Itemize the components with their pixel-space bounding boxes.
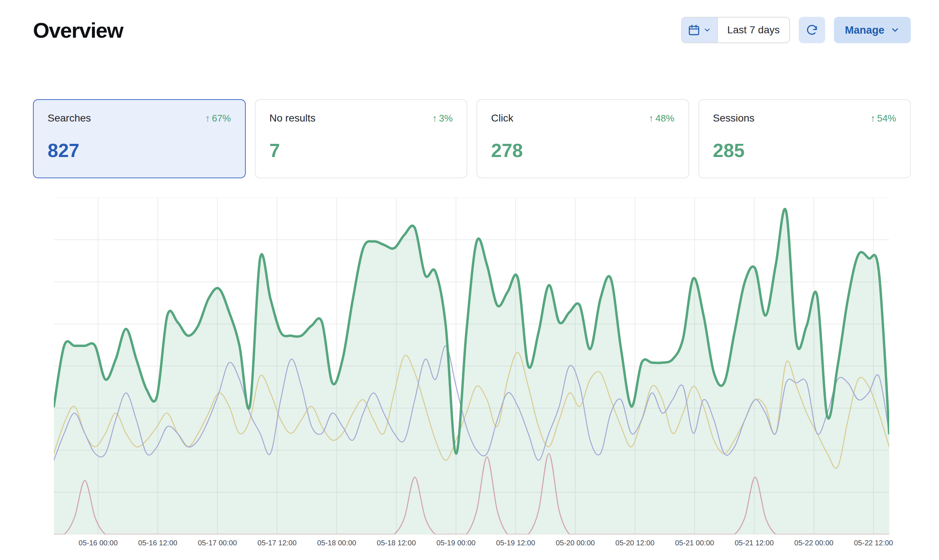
stat-change: ↑48% bbox=[649, 113, 674, 124]
page-title: Overview bbox=[33, 18, 123, 43]
trend-up-icon: ↑ bbox=[432, 113, 437, 124]
x-axis-label: 05-20 00:00 bbox=[555, 539, 595, 547]
chart-section: 05-16 00:0005-16 12:0005-17 00:0005-17 1… bbox=[54, 198, 889, 552]
series-searches-area bbox=[54, 209, 889, 534]
x-axis-label: 05-18 12:00 bbox=[377, 539, 416, 547]
x-axis-label: 05-18 00:00 bbox=[317, 539, 356, 547]
chart-plot[interactable] bbox=[54, 198, 889, 534]
trend-up-icon: ↑ bbox=[205, 113, 210, 124]
stat-change: ↑67% bbox=[205, 113, 231, 124]
stat-value: 278 bbox=[491, 140, 675, 162]
stat-change-value: 48% bbox=[655, 113, 674, 124]
x-axis-label: 05-21 12:00 bbox=[735, 539, 774, 547]
manage-label: Manage bbox=[845, 24, 884, 36]
x-axis-label: 05-22 12:00 bbox=[854, 539, 893, 547]
x-axis: 05-16 00:0005-16 12:0005-17 00:0005-17 1… bbox=[54, 539, 889, 552]
overview-page: Overview Last 7 days bbox=[0, 0, 939, 560]
x-axis-label: 05-22 00:00 bbox=[794, 539, 834, 547]
stat-card-searches[interactable]: Searches ↑67% 827 bbox=[33, 99, 246, 178]
stat-cards: Searches ↑67% 827 No results ↑3% 7 Click… bbox=[33, 99, 911, 178]
stat-value: 285 bbox=[713, 140, 896, 162]
stat-change: ↑3% bbox=[432, 113, 453, 124]
refresh-icon bbox=[805, 23, 819, 37]
header: Overview Last 7 days bbox=[33, 17, 911, 43]
stat-change-value: 54% bbox=[877, 113, 896, 124]
stat-label: No results bbox=[270, 112, 316, 124]
chevron-down-icon bbox=[703, 26, 711, 34]
x-axis-label: 05-17 12:00 bbox=[257, 539, 297, 547]
stat-card-sessions[interactable]: Sessions ↑54% 285 bbox=[698, 99, 911, 178]
x-axis-label: 05-19 12:00 bbox=[496, 539, 535, 547]
calendar-icon bbox=[688, 24, 700, 36]
toolbar: Last 7 days Manage bbox=[681, 17, 911, 43]
manage-button[interactable]: Manage bbox=[834, 17, 911, 43]
stat-label: Click bbox=[491, 112, 513, 124]
stat-value: 827 bbox=[48, 140, 231, 162]
x-axis-label: 05-17 00:00 bbox=[198, 539, 237, 547]
x-axis-label: 05-20 12:00 bbox=[615, 539, 654, 547]
chevron-down-icon bbox=[890, 25, 900, 35]
refresh-button[interactable] bbox=[799, 17, 825, 43]
stat-change-value: 3% bbox=[439, 113, 453, 124]
x-axis-label: 05-16 12:00 bbox=[138, 539, 177, 547]
stat-change: ↑54% bbox=[871, 113, 896, 124]
trend-up-icon: ↑ bbox=[649, 113, 653, 124]
chart-canvas bbox=[54, 198, 889, 534]
stat-card-no-results[interactable]: No results ↑3% 7 bbox=[255, 99, 468, 178]
x-axis-label: 05-21 00:00 bbox=[675, 539, 714, 547]
stat-value: 7 bbox=[270, 140, 453, 162]
stat-label: Sessions bbox=[713, 112, 755, 124]
x-axis-label: 05-19 00:00 bbox=[436, 539, 476, 547]
stat-change-value: 67% bbox=[212, 113, 231, 124]
stat-card-click[interactable]: Click ↑48% 278 bbox=[476, 99, 689, 178]
stat-label: Searches bbox=[48, 112, 91, 124]
x-axis-label: 05-16 00:00 bbox=[79, 539, 118, 547]
date-range-control: Last 7 days bbox=[681, 17, 790, 43]
calendar-button[interactable] bbox=[682, 18, 718, 43]
date-range-label: Last 7 days bbox=[727, 24, 780, 36]
date-range-button[interactable]: Last 7 days bbox=[718, 18, 789, 43]
trend-up-icon: ↑ bbox=[871, 113, 875, 124]
